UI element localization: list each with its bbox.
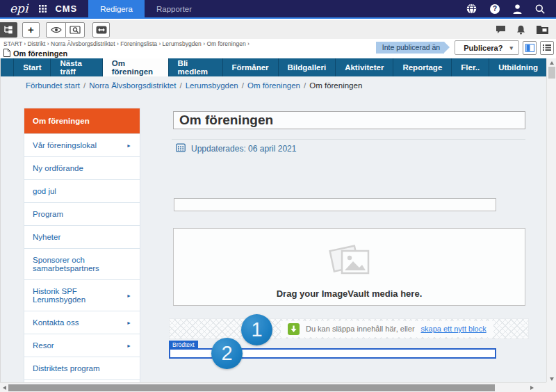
main-content: Om föreningen Uppdaterades: 06 april 202… <box>173 58 529 382</box>
cms-editor-screen: epi CMS Redigera Rapporter ? <box>0 0 556 392</box>
globe-icon[interactable] <box>466 3 477 14</box>
preview-eye-button[interactable] <box>47 23 65 37</box>
content-dropzone[interactable]: Du kan släppa innehåll här, eller skapa … <box>169 318 529 339</box>
publish-cluster: Inte publicerad än Publicera? ▾ <box>376 40 554 55</box>
tab-rapporter[interactable]: Rapporter <box>145 0 204 17</box>
nav-item-om-foreningen[interactable]: Om föreningen <box>102 58 168 76</box>
calendar-icon <box>176 143 186 154</box>
status-row: START › Distrikt › Norra Älvsborgsdistri… <box>0 39 556 58</box>
sidebar-item-kontakta-oss[interactable]: Kontakta oss► <box>24 311 140 334</box>
divider <box>172 139 525 140</box>
submenu-arrow-icon: ► <box>126 143 131 148</box>
nav-item-start[interactable]: Start <box>13 58 50 76</box>
sidebar-item-resor[interactable]: Resor► <box>24 334 140 357</box>
page-tree-toggle-button[interactable] <box>0 22 17 38</box>
image-placeholder-icon <box>327 241 373 284</box>
callout-circle-1: 1 <box>241 314 272 345</box>
topbar-actions: ? <box>466 0 556 17</box>
help-icon[interactable]: ? <box>490 4 500 14</box>
episerver-logo: epi <box>0 1 36 17</box>
list-view-toggle[interactable] <box>540 41 554 55</box>
vertical-scroll-thumb[interactable] <box>548 67 555 79</box>
submenu-arrow-icon: ► <box>126 320 131 325</box>
assets-folder-icon[interactable] <box>536 24 549 35</box>
publish-button[interactable]: Publicera? ▾ <box>455 40 519 55</box>
drop-here-icon <box>288 323 300 335</box>
sidebar-item-distriktets-program[interactable]: Distriktets program <box>24 357 140 380</box>
updated-date-text: Uppdaterades: 06 april 2021 <box>191 144 296 154</box>
page-title-text: Om föreningen <box>13 49 67 58</box>
horizontal-scrollbar[interactable] <box>0 382 546 392</box>
global-topbar: epi CMS Redigera Rapporter ? <box>0 0 556 19</box>
callout-circle-2: 2 <box>211 338 243 369</box>
sidebar-item-historik[interactable]: Historik SPF Lerumsbygden► <box>24 280 140 311</box>
edit-toolbar: + <box>0 20 556 39</box>
sidebar-item-nyheter[interactable]: Nyheter <box>24 226 140 249</box>
notifications-bell-icon[interactable] <box>516 25 525 35</box>
submenu-arrow-icon: ► <box>126 343 131 348</box>
user-icon[interactable] <box>513 4 522 14</box>
content-trail-breadcrumb[interactable]: START › Distrikt › Norra Älvsborgsdistri… <box>3 40 250 47</box>
sidebar-menu: Om föreningen Vår föreningslokal► Ny ord… <box>24 108 140 382</box>
comments-icon[interactable] <box>496 25 506 34</box>
sidebar-item-var-foreningslokal[interactable]: Vår föreningslokal► <box>24 134 140 157</box>
intro-text-editable[interactable] <box>174 198 496 211</box>
publish-status-badge: Inte publicerad än <box>376 42 444 54</box>
submenu-arrow-icon: ► <box>126 293 131 298</box>
breadcrumb-link[interactable]: Förbundet start <box>26 81 80 90</box>
sidebar-item-program[interactable]: Program <box>24 203 140 226</box>
updated-date-row: Uppdaterades: 06 april 2021 <box>176 143 296 154</box>
cms-product-label: CMS <box>52 3 88 14</box>
bodytext-property-label: Brödtext <box>169 341 198 349</box>
split-view-toggle[interactable] <box>523 41 537 55</box>
chevron-down-icon: ▾ <box>509 44 513 51</box>
sidebar-item-sponsorer[interactable]: Sponsorer och samarbetspartners <box>24 249 140 280</box>
scroll-left-arrow[interactable] <box>3 386 6 390</box>
sidebar-item-om-foreningen[interactable]: Om föreningen <box>24 108 140 134</box>
toolbar-right-icons <box>496 24 556 35</box>
nav-item-nasta-traff[interactable]: Nästa träff <box>50 58 101 76</box>
add-content-button[interactable]: + <box>22 22 40 38</box>
scroll-down-arrow[interactable] <box>550 377 554 381</box>
page-heading-editable[interactable]: Om föreningen <box>173 111 525 129</box>
dropzone-hint-text: Du kan släppa innehåll här, eller <box>306 325 415 333</box>
horizontal-scroll-thumb[interactable] <box>8 384 495 391</box>
sidebar-item-god-jul[interactable]: god jul <box>24 180 140 203</box>
view-on-site-button[interactable] <box>65 23 84 37</box>
compare-versions-button[interactable] <box>92 22 110 38</box>
scroll-right-arrow[interactable] <box>530 386 534 390</box>
page-preview-frame: Start Nästa träff Om föreningen Bli medl… <box>0 58 546 382</box>
view-mode-group <box>46 22 85 38</box>
scrollbar-corner <box>546 382 556 392</box>
imagevault-drop-text: Drag your ImageVault media here. <box>277 288 423 299</box>
vertical-scrollbar[interactable] <box>546 58 556 384</box>
sidebar-item-ny-ordforande[interactable]: Ny ordförande <box>24 157 140 180</box>
search-icon[interactable] <box>535 4 545 14</box>
create-block-link[interactable]: skapa ett nytt block <box>421 325 486 333</box>
tab-redigera[interactable]: Redigera <box>88 0 145 17</box>
breadcrumb-link[interactable]: Norra Älvsborgsdistriktet <box>89 81 176 90</box>
app-grid-icon[interactable] <box>36 5 52 13</box>
imagevault-drop-area[interactable]: Drag your ImageVault media here. <box>173 228 525 306</box>
scroll-up-arrow[interactable] <box>550 61 554 65</box>
